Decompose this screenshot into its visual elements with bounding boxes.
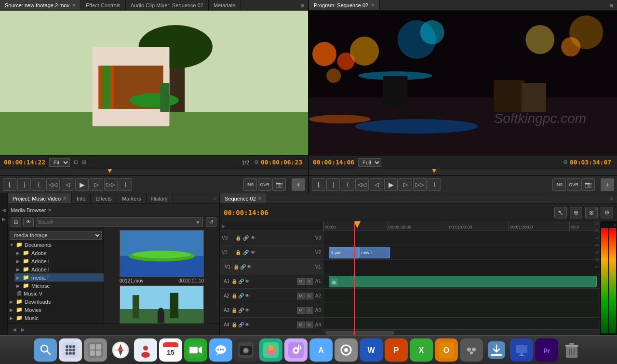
tree-item-adobe3[interactable]: ▶ 📁 Adobe I	[14, 265, 104, 273]
program-go-out[interactable]: ⟩	[428, 178, 441, 191]
tool-selection[interactable]: ↖	[554, 207, 567, 218]
program-step-fwd[interactable]: ▷▷	[413, 178, 427, 191]
tree-item-adobe1[interactable]: ▶ 📁 Adobe	[14, 249, 104, 257]
dock-launchpad[interactable]	[59, 338, 82, 362]
dock-calendar[interactable]: 15	[159, 338, 182, 362]
v1-target[interactable]: V1	[222, 264, 233, 270]
sidebar-arrow-down[interactable]: ▶	[2, 216, 6, 222]
clip-v2-2[interactable]: new f	[359, 247, 389, 258]
source-overwrite[interactable]: OVR	[258, 178, 271, 191]
tab-source[interactable]: Source: new footage 2.mov ✕	[0, 0, 81, 10]
source-go-in[interactable]: ⟨	[32, 178, 45, 191]
a2-eye[interactable]: 👁	[245, 293, 250, 298]
a2-target[interactable]: A2	[222, 293, 231, 298]
a4-solo[interactable]: S	[306, 322, 313, 328]
program-step-frame-fwd[interactable]: ▷	[399, 178, 412, 191]
program-zoom-select[interactable]: Full	[358, 158, 381, 167]
dock-trash[interactable]	[560, 338, 583, 362]
tab-history[interactable]: History	[147, 193, 173, 203]
scrollbar-thumb[interactable]	[325, 331, 394, 335]
a4-link[interactable]: 🔗	[238, 322, 244, 327]
a4-eye[interactable]: 👁	[245, 322, 250, 327]
source-tab-close[interactable]: ✕	[72, 2, 76, 8]
dock-powerpoint[interactable]: P	[385, 338, 408, 362]
program-add[interactable]: +	[601, 178, 614, 191]
track-row-v3[interactable]	[323, 231, 600, 245]
dock-safari[interactable]	[109, 338, 132, 362]
tool-ripple[interactable]: ⊕	[570, 207, 582, 218]
source-insert[interactable]: INS	[243, 178, 257, 191]
program-play[interactable]: ▶	[384, 178, 398, 191]
dock-premiere[interactable]: Pr	[535, 338, 558, 362]
track-row-v1[interactable]	[323, 260, 600, 274]
v3-lock[interactable]: 🔒	[235, 235, 241, 241]
dock-contacts[interactable]	[134, 338, 157, 362]
a4-mute[interactable]: M	[297, 322, 305, 328]
sequence-panel-menu[interactable]: ≡	[606, 196, 617, 202]
scroll-left[interactable]: ◀	[11, 327, 18, 332]
v1-link[interactable]: 🔗	[240, 264, 246, 270]
a1-lock[interactable]: 🔒	[231, 279, 237, 284]
track-row-v2[interactable]: 1 par new f	[323, 245, 600, 260]
dock-unity[interactable]	[460, 338, 483, 362]
source-camera[interactable]: 📷	[272, 178, 286, 191]
clip-v2-1[interactable]: 1 par	[329, 247, 359, 258]
a1-link[interactable]: 🔗	[238, 279, 244, 284]
source-go-out[interactable]: ⟩	[119, 178, 132, 191]
search-input[interactable]	[38, 219, 195, 225]
tab-audio-mixer[interactable]: Audio Clip Mixer: Sequence 02	[126, 0, 209, 10]
v2-link[interactable]: 🔗	[243, 250, 249, 255]
source-zoom-select[interactable]: Fit	[49, 158, 70, 167]
tab-info[interactable]: Info	[72, 193, 91, 203]
track-row-a2[interactable]	[323, 289, 600, 303]
source-mark-out[interactable]: ⌋	[17, 178, 31, 191]
dock-facetime[interactable]	[184, 338, 207, 362]
source-mark-in[interactable]: ⌊	[3, 178, 16, 191]
project-panel-menu[interactable]: ≡	[211, 196, 219, 202]
v3-toggle[interactable]: V3	[222, 235, 235, 241]
track-row-a1[interactable]: ▤	[323, 274, 600, 289]
scroll-right[interactable]: ▶	[19, 327, 27, 332]
dock-messages[interactable]	[209, 338, 232, 362]
a3-mute[interactable]: M	[297, 307, 305, 314]
tree-item-documents[interactable]: ▼ 📁 Documents	[8, 241, 104, 249]
a1-target[interactable]: A1	[222, 279, 231, 284]
source-settings-btn[interactable]: ⚙	[254, 159, 259, 165]
program-mark-in[interactable]: ⌊	[312, 178, 325, 191]
dock-excel[interactable]: X	[410, 338, 433, 362]
dock-finder[interactable]	[34, 338, 57, 362]
source-step-frame-back[interactable]: ◁	[61, 178, 74, 191]
program-step-frame-back[interactable]: ◁	[370, 178, 383, 191]
tab-metadata[interactable]: Metadata	[209, 0, 241, 10]
source-safe-btn[interactable]: ⊡	[74, 159, 78, 165]
source-add[interactable]: +	[292, 178, 305, 191]
v3-eye[interactable]: 👁	[251, 235, 255, 241]
program-playhead[interactable]	[432, 169, 436, 173]
tree-item-media-footage[interactable]: ▶ 📁 media f	[14, 273, 104, 282]
media-browser-close-btn[interactable]: ✕	[48, 207, 52, 213]
dock-onedrive[interactable]: O	[435, 338, 458, 362]
tree-item-movies[interactable]: ▶ 📁 Movies	[8, 306, 104, 314]
dock-desktop[interactable]	[510, 338, 533, 362]
program-insert[interactable]: INS	[552, 178, 566, 191]
filter-btn[interactable]: ⊟	[11, 217, 21, 227]
a4-lock[interactable]: 🔒	[231, 322, 237, 327]
a3-eye[interactable]: 👁	[245, 308, 250, 313]
v2-toggle[interactable]: V2	[222, 250, 235, 255]
dock-appstore[interactable]: A	[309, 338, 333, 362]
sequence-tab-close[interactable]: ✕	[258, 196, 262, 201]
a2-mute[interactable]: M	[297, 293, 305, 299]
v2-lock[interactable]: 🔒	[235, 250, 241, 255]
dock-iphoto[interactable]	[259, 338, 282, 362]
track-row-a3[interactable]	[323, 303, 600, 318]
a2-solo[interactable]: S	[306, 293, 313, 299]
tab-markers[interactable]: Markers	[117, 193, 147, 203]
sidebar-arrow-up[interactable]: ◀	[2, 207, 6, 213]
source-step-back[interactable]: ◁◁	[46, 178, 60, 191]
tool-settings[interactable]: ⚙	[601, 207, 613, 218]
a3-link[interactable]: 🔗	[238, 308, 244, 313]
source-panel-menu[interactable]: ≡	[297, 2, 308, 8]
v2-eye[interactable]: 👁	[251, 250, 255, 255]
program-tab-close[interactable]: ✕	[371, 2, 375, 8]
program-go-in[interactable]: ⟨	[341, 178, 354, 191]
